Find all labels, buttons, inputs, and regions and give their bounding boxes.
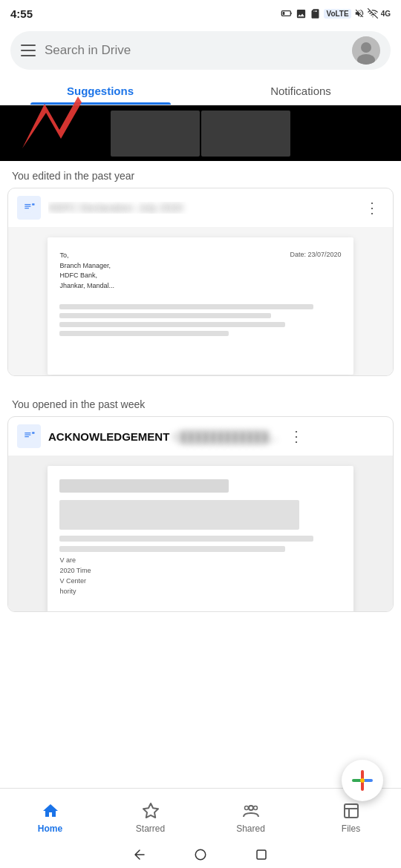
svg-rect-8 xyxy=(25,204,30,205)
file-card-2-header: ACKNOWLEDGEMENT C████████████... ⋮ xyxy=(8,417,393,456)
file-card-2[interactable]: ACKNOWLEDGEMENT C████████████... ⋮ V are… xyxy=(7,416,394,612)
more-button-1[interactable]: ⋮ xyxy=(360,196,384,220)
svg-point-4 xyxy=(361,42,371,53)
shared-icon xyxy=(241,801,261,821)
svg-rect-11 xyxy=(32,203,34,206)
svg-marker-6 xyxy=(22,96,82,148)
nav-label-shared: Shared xyxy=(236,823,265,834)
battery-icon xyxy=(281,7,293,19)
nav-label-files: Files xyxy=(342,823,360,834)
content-area: You edited in the past year HDFC Declara… xyxy=(0,105,401,685)
volte-badge: VoLTE xyxy=(324,9,351,19)
search-placeholder[interactable]: Search in Drive xyxy=(45,43,343,58)
svg-point-25 xyxy=(195,849,206,860)
nav-label-home: Home xyxy=(38,823,62,834)
star-icon xyxy=(141,801,160,821)
blurred-thumb-1 xyxy=(111,111,200,157)
arrow-annotation xyxy=(22,89,89,159)
nav-item-shared[interactable]: Shared xyxy=(200,797,301,834)
signal-icon xyxy=(368,8,378,19)
doc-text-center: V Center xyxy=(59,577,341,585)
file-card-1[interactable]: HDFC Declaration: July 2020 ⋮ To,Branch … xyxy=(7,188,394,376)
search-bar[interactable]: Search in Drive xyxy=(10,31,391,70)
doc-date: Date: 23/07/2020 xyxy=(290,251,341,297)
files-icon xyxy=(342,801,361,821)
doc-preview-1: To,Branch Manager,HDFC Bank,Jhankar, Man… xyxy=(8,227,393,375)
svg-rect-12 xyxy=(24,430,33,441)
home-icon xyxy=(41,801,60,821)
tab-notifications[interactable]: Notifications xyxy=(200,76,401,105)
doc-header-row: To,Branch Manager,HDFC Bank,Jhankar, Man… xyxy=(59,251,341,297)
svg-rect-13 xyxy=(25,433,30,433)
svg-rect-26 xyxy=(257,850,266,859)
doc-icon-1 xyxy=(17,196,41,220)
svg-rect-16 xyxy=(32,432,34,434)
android-back-button[interactable] xyxy=(131,846,148,863)
android-home-button[interactable] xyxy=(192,846,209,863)
doc-text-are: V are xyxy=(59,556,341,564)
nav-item-home[interactable]: Home xyxy=(0,797,100,834)
doc-blur-header xyxy=(59,479,228,493)
file-name-2: ACKNOWLEDGEMENT C████████████... xyxy=(48,430,277,443)
hamburger-menu[interactable] xyxy=(21,45,36,56)
nav-item-files[interactable]: Files xyxy=(301,797,401,834)
doc-blur-line1 xyxy=(59,536,313,542)
doc-address: To,Branch Manager,HDFC Bank,Jhankar, Man… xyxy=(59,251,114,291)
nav-item-starred[interactable]: Starred xyxy=(100,797,200,834)
svg-rect-7 xyxy=(24,202,33,213)
4g-badge: 4G xyxy=(381,10,391,18)
blurred-thumb-2 xyxy=(201,111,290,157)
svg-rect-15 xyxy=(25,436,29,437)
bottom-nav: Home Starred Shared xyxy=(0,788,401,841)
doc-text-ority: hority xyxy=(59,588,341,595)
doc-icon-2 xyxy=(17,424,41,448)
svg-rect-14 xyxy=(25,435,30,435)
svg-rect-10 xyxy=(25,208,29,208)
avatar[interactable] xyxy=(352,36,380,65)
doc-text-2020: 2020 Time xyxy=(59,567,341,574)
svg-rect-1 xyxy=(291,13,292,15)
svg-point-20 xyxy=(360,778,365,783)
svg-point-22 xyxy=(244,806,248,809)
doc-paper-1: To,Branch Manager,HDFC Bank,Jhankar, Man… xyxy=(48,237,353,375)
preview-strip-inner xyxy=(111,111,290,157)
svg-rect-2 xyxy=(283,12,285,15)
fab-button[interactable] xyxy=(342,760,383,801)
file-card-1-header: HDFC Declaration: July 2020 ⋮ xyxy=(8,188,393,227)
status-time: 4:55 xyxy=(10,7,33,20)
doc-preview-2: V are 2020 Time V Center hority xyxy=(8,456,393,611)
mute-icon xyxy=(354,8,365,19)
android-recents-button[interactable] xyxy=(253,846,270,863)
status-icons: VoLTE 4G xyxy=(281,7,391,19)
doc-blur-line2 xyxy=(59,546,284,552)
section-label-past-year: You edited in the past year xyxy=(0,161,401,188)
nav-label-starred: Starred xyxy=(136,823,165,834)
doc-blur-body1 xyxy=(59,500,299,530)
status-bar: 4:55 VoLTE 4G xyxy=(0,0,401,27)
svg-rect-24 xyxy=(345,804,358,818)
sd-icon xyxy=(310,8,321,19)
fab-plus-icon xyxy=(351,769,374,792)
image-icon xyxy=(296,8,307,19)
more-button-2[interactable]: ⋮ xyxy=(284,424,308,448)
svg-point-23 xyxy=(253,806,257,809)
file-name-1: HDFC Declaration: July 2020 xyxy=(48,202,353,214)
svg-rect-9 xyxy=(25,206,30,207)
android-nav xyxy=(0,841,401,868)
doc-paper-2: V are 2020 Time V Center hority xyxy=(48,466,353,612)
section-label-past-week: You opened in the past week xyxy=(0,389,401,416)
svg-point-21 xyxy=(249,806,253,810)
